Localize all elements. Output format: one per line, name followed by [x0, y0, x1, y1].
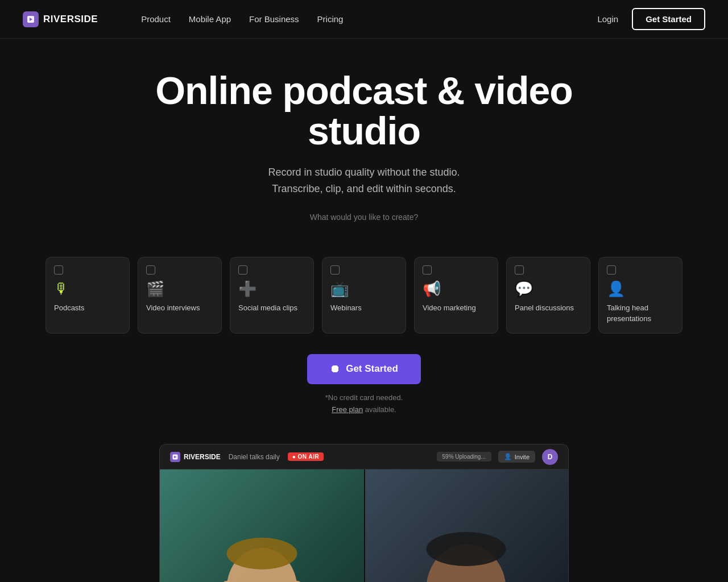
cta-area: ⏺ Get Started *No credit card needed. Fr… [0, 354, 728, 416]
free-plan-link[interactable]: Free plan [332, 405, 363, 414]
nav-product[interactable]: Product [141, 14, 171, 24]
cta-icon: ⏺ [330, 363, 340, 375]
card-label-social-media-clips: Social media clips [238, 303, 297, 313]
session-name: Daniel talks daily [229, 453, 280, 461]
cta-available-text: available. [365, 405, 396, 414]
brand-name: RIVERSIDE [43, 14, 98, 25]
video-interviews-icon: 🎬 [146, 281, 164, 296]
podcasts-icon: 🎙 [54, 281, 69, 296]
nav-for-business[interactable]: For Business [249, 14, 299, 24]
hero-section: Online podcast & video studio Record in … [0, 39, 728, 257]
person-left-svg [160, 469, 364, 582]
card-talking-head[interactable]: 👤 Talking head presentations [598, 257, 682, 333]
card-label-video-interviews: Video interviews [146, 303, 200, 313]
card-label-podcasts: Podcasts [54, 303, 84, 313]
card-label-video-marketing: Video marketing [423, 303, 476, 313]
video-marketing-icon: 📢 [423, 281, 441, 296]
video-pane-right: Stephan [364, 469, 568, 582]
card-podcasts[interactable]: 🎙 Podcasts [46, 257, 130, 333]
create-prompt: What would you like to create? [23, 213, 705, 222]
card-checkbox-video-interviews [146, 265, 155, 275]
card-label-talking-head: Talking head presentations [607, 303, 674, 323]
card-label-webinars: Webinars [330, 303, 362, 313]
upload-indicator: 59% Uploading... [437, 452, 491, 462]
logo[interactable]: RIVERSIDE [23, 11, 98, 27]
svg-point-7 [227, 538, 297, 569]
nav-pricing[interactable]: Pricing [317, 14, 344, 24]
content-type-cards: 🎙 Podcasts 🎬 Video interviews ➕ Social m… [0, 257, 728, 333]
hero-subtitle-line1: Record in studio quality without the stu… [268, 167, 460, 178]
invite-person-icon: 👤 [504, 453, 512, 460]
app-topbar-left: RIVERSIDE Daniel talks daily ● ON AIR [170, 452, 324, 462]
cta-label: Get Started [346, 363, 398, 375]
nav-right: Login Get Started [597, 8, 705, 30]
card-checkbox-video-marketing [423, 265, 432, 275]
main-cta-button[interactable]: ⏺ Get Started [307, 354, 421, 384]
nav-get-started-button[interactable]: Get Started [632, 8, 705, 30]
card-panel-discussions[interactable]: 💬 Panel discussions [506, 257, 590, 333]
user-avatar: D [542, 449, 558, 465]
navbar: RIVERSIDE Product Mobile App For Busines… [0, 0, 728, 39]
svg-point-17 [427, 532, 506, 566]
card-webinars[interactable]: 📺 Webinars [322, 257, 406, 333]
login-button[interactable]: Login [597, 14, 618, 24]
panel-discussions-icon: 💬 [515, 281, 533, 296]
app-preview-wrapper: RIVERSIDE Daniel talks daily ● ON AIR 59… [0, 444, 728, 582]
app-logo-small: RIVERSIDE [170, 452, 221, 462]
video-divider [364, 469, 365, 582]
card-checkbox-panel-discussions [515, 265, 524, 275]
invite-label: Invite [515, 454, 530, 460]
card-checkbox-social-media-clips [238, 265, 247, 275]
nav-mobile-app[interactable]: Mobile App [189, 14, 231, 24]
nav-links: Product Mobile App For Business Pricing [118, 0, 366, 39]
on-air-badge: ● ON AIR [288, 452, 324, 461]
app-topbar-right: 59% Uploading... 👤 Invite D [437, 449, 558, 465]
cta-note: *No credit card needed. Free plan availa… [325, 392, 403, 416]
app-brand-name: RIVERSIDE [184, 453, 221, 461]
card-checkbox-podcasts [54, 265, 63, 275]
app-logo-small-icon [170, 452, 180, 462]
webinars-icon: 📺 [330, 281, 349, 296]
hero-subtitle: Record in studio quality without the stu… [23, 164, 705, 197]
app-preview: RIVERSIDE Daniel talks daily ● ON AIR 59… [159, 444, 569, 582]
card-video-interviews[interactable]: 🎬 Video interviews [138, 257, 222, 333]
person-right-svg [364, 469, 568, 582]
card-social-media-clips[interactable]: ➕ Social media clips [230, 257, 314, 333]
video-pane-left: Daniel [160, 469, 364, 582]
card-checkbox-webinars [330, 265, 340, 275]
nav-left: RIVERSIDE Product Mobile App For Busines… [23, 0, 366, 39]
video-grid: Daniel [160, 469, 568, 582]
social-media-clips-icon: ➕ [238, 281, 257, 296]
talking-head-icon: 👤 [607, 281, 625, 296]
invite-button[interactable]: 👤 Invite [498, 451, 535, 463]
hero-subtitle-line2: Transcribe, clip, and edit within second… [272, 183, 456, 194]
card-checkbox-talking-head [607, 265, 616, 275]
logo-icon [23, 11, 39, 27]
cta-no-credit-card: *No credit card needed. [325, 393, 403, 402]
card-video-marketing[interactable]: 📢 Video marketing [414, 257, 498, 333]
hero-headline: Online podcast & video studio [108, 70, 620, 152]
card-label-panel-discussions: Panel discussions [515, 303, 574, 313]
app-topbar: RIVERSIDE Daniel talks daily ● ON AIR 59… [160, 444, 568, 469]
